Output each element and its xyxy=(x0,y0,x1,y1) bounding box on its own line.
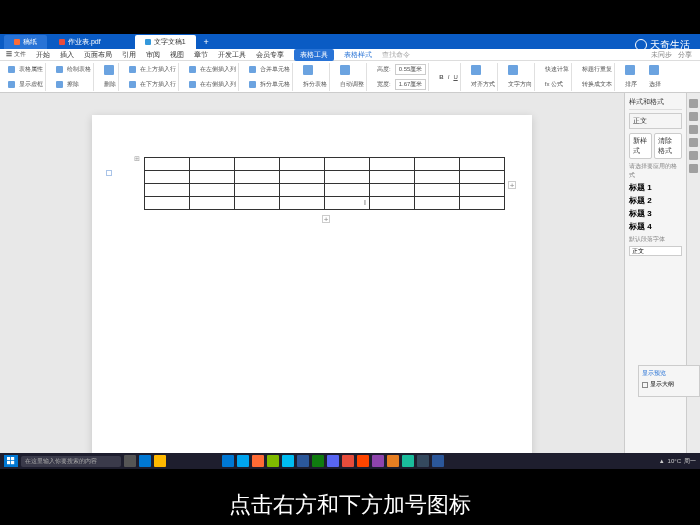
add-row-button[interactable]: + xyxy=(322,215,330,223)
window-tab[interactable]: 作业表.pdf xyxy=(49,35,111,49)
sidebar-tool-icon[interactable] xyxy=(689,151,698,160)
taskbar-app-icon[interactable] xyxy=(417,455,429,467)
window-tab[interactable] xyxy=(113,40,133,44)
ribbon-tab[interactable]: 会员专享 xyxy=(256,50,284,60)
ribbon-tab[interactable]: 审阅 xyxy=(146,50,160,60)
watermark-text: 天奇生活 xyxy=(650,38,690,52)
italic-button[interactable]: I xyxy=(448,74,450,80)
wechat-icon[interactable] xyxy=(312,455,324,467)
edge-icon[interactable] xyxy=(139,455,151,467)
insert-below-button[interactable]: 在下方插入行 xyxy=(140,80,176,89)
system-tray[interactable]: ▲ 10°C 周一 xyxy=(659,457,696,466)
insert-right-button[interactable]: 在右侧插入列 xyxy=(200,80,236,89)
document-table[interactable] xyxy=(144,157,505,210)
split-cell-button[interactable]: 拆分单元格 xyxy=(260,80,290,89)
explorer-icon[interactable] xyxy=(154,455,166,467)
window-tab-bar: 稿纸 作业表.pdf 文字文稿1 + xyxy=(0,34,700,49)
convert-button[interactable]: 转换成文本 xyxy=(582,80,612,89)
window-tab[interactable]: 稿纸 xyxy=(4,35,47,49)
ribbon-tab[interactable]: 开发工具 xyxy=(218,50,246,60)
taskbar-app-icon[interactable] xyxy=(357,455,369,467)
eraser-button[interactable]: 擦除 xyxy=(67,80,79,89)
autofit-button[interactable]: 自动调整 xyxy=(340,80,364,89)
sidebar-tool-icon[interactable] xyxy=(689,138,698,147)
table-handle-icon[interactable]: ⊞ xyxy=(134,155,140,163)
clear-format-button[interactable]: 清除格式 xyxy=(654,133,682,159)
formula-button[interactable]: fx 公式 xyxy=(545,80,563,89)
quick-calc-button[interactable]: 快速计算 xyxy=(545,65,569,74)
taskbar-app-icon[interactable] xyxy=(267,455,279,467)
repeat-header-button[interactable]: 标题行重复 xyxy=(582,65,612,74)
ribbon-tab[interactable]: 插入 xyxy=(60,50,74,60)
taskbar-search[interactable]: 在这里输入你要搜索的内容 xyxy=(21,456,121,467)
sidebar-tool-icon[interactable] xyxy=(689,112,698,121)
add-column-button[interactable]: + xyxy=(508,181,516,189)
taskbar-app-icon[interactable] xyxy=(222,455,234,467)
split-table-icon xyxy=(303,65,313,75)
checkbox[interactable] xyxy=(642,382,648,388)
windows-icon xyxy=(7,457,15,465)
new-style-button[interactable]: 新样式 xyxy=(629,133,652,159)
ribbon-tab[interactable]: 表格样式 xyxy=(344,50,372,60)
delete-button[interactable]: 删除 xyxy=(104,80,116,89)
taskbar-app-icon[interactable] xyxy=(387,455,399,467)
insert-above-icon xyxy=(129,66,136,73)
weather-widget[interactable]: 10°C xyxy=(668,458,681,464)
tray-icon[interactable]: ▲ xyxy=(659,458,665,464)
ribbon-tab[interactable]: 引用 xyxy=(122,50,136,60)
text-direction-button[interactable]: 文字方向 xyxy=(508,80,532,89)
table-props-button[interactable]: 表格属性 xyxy=(19,65,43,74)
sort-button[interactable]: 排序 xyxy=(625,80,637,89)
current-style[interactable]: 正文 xyxy=(629,113,682,129)
search-commands[interactable]: 查找命令 xyxy=(382,50,410,60)
ribbon-tab[interactable]: 开始 xyxy=(36,50,50,60)
select-button[interactable]: 选择 xyxy=(649,80,661,89)
style-filter-input[interactable] xyxy=(629,246,682,256)
insert-above-button[interactable]: 在上方插入行 xyxy=(140,65,176,74)
window-tab-active[interactable]: 文字文稿1 xyxy=(135,35,196,49)
insert-left-button[interactable]: 在左侧插入列 xyxy=(200,65,236,74)
ribbon-tab[interactable]: 章节 xyxy=(194,50,208,60)
task-view-icon[interactable] xyxy=(124,455,136,467)
ribbon-tab[interactable]: 页面布局 xyxy=(84,50,112,60)
split-icon xyxy=(249,81,256,88)
sidebar-tool-icon[interactable] xyxy=(689,125,698,134)
taskbar-app-icon[interactable] xyxy=(342,455,354,467)
split-table-button[interactable]: 拆分表格 xyxy=(303,80,327,89)
link-text[interactable]: 显示预览 xyxy=(642,369,666,378)
insert-right-icon xyxy=(189,81,196,88)
draw-table-button[interactable]: 绘制表格 xyxy=(67,65,91,74)
sidebar-tool-icon[interactable] xyxy=(689,99,698,108)
align-button[interactable]: 对齐方式 xyxy=(471,80,495,89)
taskbar-app-icon[interactable] xyxy=(237,455,249,467)
underline-button[interactable]: U xyxy=(453,74,457,80)
width-label: 宽度: xyxy=(377,80,391,89)
ribbon-tab-active[interactable]: 表格工具 xyxy=(294,49,334,61)
new-tab-button[interactable]: + xyxy=(198,35,215,49)
taskbar-app-icon[interactable] xyxy=(327,455,339,467)
sidebar-tool-icon[interactable] xyxy=(689,164,698,173)
taskbar-app-icon[interactable] xyxy=(402,455,414,467)
height-input[interactable]: 0.55厘米 xyxy=(395,64,427,75)
default-para-style[interactable]: 默认段落字体 xyxy=(629,235,682,244)
merge-button[interactable]: 合并单元格 xyxy=(260,65,290,74)
clock[interactable]: 周一 xyxy=(684,457,696,466)
checkbox-label: 显示大纲 xyxy=(650,380,674,389)
heading-style[interactable]: 标题 1 xyxy=(629,182,682,193)
show-gridlines-button[interactable]: 显示虚框 xyxy=(19,80,43,89)
heading-style[interactable]: 标题 3 xyxy=(629,208,682,219)
heading-style[interactable]: 标题 4 xyxy=(629,221,682,232)
width-input[interactable]: 1.67厘米 xyxy=(395,79,427,90)
ribbon-tab[interactable]: 视图 xyxy=(170,50,184,60)
start-button[interactable] xyxy=(4,455,18,467)
heading-style[interactable]: 标题 2 xyxy=(629,195,682,206)
taskbar-app-icon[interactable] xyxy=(282,455,294,467)
document-area[interactable]: ⊞ + + I xyxy=(0,93,624,459)
taskbar-app-icon[interactable] xyxy=(252,455,264,467)
taskbar-app-icon[interactable] xyxy=(372,455,384,467)
taskbar-app-icon[interactable] xyxy=(297,455,309,467)
document-page[interactable]: ⊞ + + I xyxy=(92,115,532,459)
bold-button[interactable]: B xyxy=(439,74,443,80)
wps-icon[interactable] xyxy=(432,455,444,467)
menu-icon[interactable]: ☰ 文件 xyxy=(6,50,26,59)
